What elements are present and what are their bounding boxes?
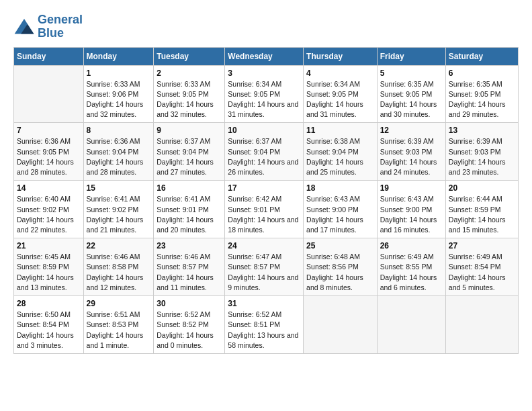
- cell-info: Sunrise: 6:40 AM Sunset: 9:02 PM Dayligh…: [17, 194, 81, 235]
- cell-date: 5: [380, 68, 443, 78]
- calendar-cell: 23Sunrise: 6:46 AM Sunset: 8:57 PM Dayli…: [154, 238, 225, 296]
- calendar-cell: 12Sunrise: 6:39 AM Sunset: 9:03 PM Dayli…: [377, 123, 445, 181]
- calendar-cell: 16Sunrise: 6:41 AM Sunset: 9:01 PM Dayli…: [154, 181, 225, 238]
- calendar-cell: 1Sunrise: 6:33 AM Sunset: 9:06 PM Daylig…: [83, 65, 154, 123]
- cell-date: 31: [228, 299, 300, 308]
- week-row-2: 7Sunrise: 6:36 AM Sunset: 9:05 PM Daylig…: [14, 123, 519, 181]
- cell-info: Sunrise: 6:41 AM Sunset: 9:01 PM Dayligh…: [157, 194, 222, 235]
- week-row-4: 21Sunrise: 6:45 AM Sunset: 8:59 PM Dayli…: [14, 238, 519, 296]
- calendar-cell: 28Sunrise: 6:50 AM Sunset: 8:54 PM Dayli…: [14, 296, 84, 354]
- cell-date: 10: [228, 126, 300, 135]
- cell-date: 2: [157, 68, 222, 78]
- cell-info: Sunrise: 6:37 AM Sunset: 9:04 PM Dayligh…: [228, 136, 300, 177]
- cell-info: Sunrise: 6:34 AM Sunset: 9:05 PM Dayligh…: [228, 79, 300, 120]
- calendar-cell: 6Sunrise: 6:35 AM Sunset: 9:05 PM Daylig…: [445, 65, 518, 123]
- cell-info: Sunrise: 6:35 AM Sunset: 9:05 PM Dayligh…: [449, 79, 515, 120]
- calendar-cell: 22Sunrise: 6:46 AM Sunset: 8:58 PM Dayli…: [83, 238, 154, 296]
- calendar-cell: 29Sunrise: 6:51 AM Sunset: 8:53 PM Dayli…: [83, 296, 154, 354]
- calendar-cell: 31Sunrise: 6:52 AM Sunset: 8:51 PM Dayli…: [225, 296, 304, 354]
- cell-date: 22: [87, 241, 151, 250]
- calendar-cell: 10Sunrise: 6:37 AM Sunset: 9:04 PM Dayli…: [225, 123, 304, 181]
- calendar-table: SundayMondayTuesdayWednesdayThursdayFrid…: [13, 47, 519, 354]
- calendar-cell: [445, 296, 518, 354]
- calendar-cell: 13Sunrise: 6:39 AM Sunset: 9:03 PM Dayli…: [445, 123, 518, 181]
- cell-info: Sunrise: 6:35 AM Sunset: 9:05 PM Dayligh…: [380, 79, 443, 120]
- calendar-cell: 26Sunrise: 6:49 AM Sunset: 8:55 PM Dayli…: [377, 238, 445, 296]
- cell-info: Sunrise: 6:47 AM Sunset: 8:57 PM Dayligh…: [228, 252, 300, 293]
- cell-date: 12: [380, 126, 443, 135]
- cell-date: 23: [157, 241, 222, 250]
- calendar-cell: 20Sunrise: 6:44 AM Sunset: 8:59 PM Dayli…: [445, 181, 518, 238]
- calendar-cell: 9Sunrise: 6:37 AM Sunset: 9:04 PM Daylig…: [154, 123, 225, 181]
- cell-date: 14: [17, 183, 81, 193]
- cell-date: 27: [449, 241, 515, 250]
- calendar-cell: 21Sunrise: 6:45 AM Sunset: 8:59 PM Dayli…: [14, 238, 84, 296]
- cell-date: 26: [380, 241, 443, 250]
- cell-info: Sunrise: 6:34 AM Sunset: 9:05 PM Dayligh…: [306, 79, 374, 120]
- calendar-cell: 2Sunrise: 6:33 AM Sunset: 9:05 PM Daylig…: [154, 65, 225, 123]
- cell-date: 16: [157, 183, 222, 193]
- cell-info: Sunrise: 6:33 AM Sunset: 9:05 PM Dayligh…: [157, 79, 222, 120]
- cell-info: Sunrise: 6:43 AM Sunset: 9:00 PM Dayligh…: [380, 194, 443, 235]
- cell-info: Sunrise: 6:49 AM Sunset: 8:54 PM Dayligh…: [449, 252, 515, 293]
- week-row-3: 14Sunrise: 6:40 AM Sunset: 9:02 PM Dayli…: [14, 181, 519, 238]
- cell-info: Sunrise: 6:48 AM Sunset: 8:56 PM Dayligh…: [306, 252, 374, 293]
- cell-date: 15: [87, 183, 151, 193]
- cell-date: 8: [87, 126, 151, 135]
- day-header-wednesday: Wednesday: [225, 47, 304, 65]
- cell-date: 7: [17, 126, 81, 135]
- cell-date: 9: [157, 126, 222, 135]
- calendar-cell: 3Sunrise: 6:34 AM Sunset: 9:05 PM Daylig…: [225, 65, 304, 123]
- cell-info: Sunrise: 6:44 AM Sunset: 8:59 PM Dayligh…: [449, 194, 515, 235]
- cell-date: 24: [228, 241, 300, 250]
- calendar-cell: [377, 296, 445, 354]
- header: General Blue: [13, 13, 519, 40]
- calendar-cell: 17Sunrise: 6:42 AM Sunset: 9:01 PM Dayli…: [225, 181, 304, 238]
- cell-date: 4: [306, 68, 374, 78]
- cell-info: Sunrise: 6:51 AM Sunset: 8:53 PM Dayligh…: [87, 310, 151, 351]
- calendar-cell: 4Sunrise: 6:34 AM Sunset: 9:05 PM Daylig…: [304, 65, 378, 123]
- cell-info: Sunrise: 6:52 AM Sunset: 8:52 PM Dayligh…: [157, 310, 222, 351]
- cell-info: Sunrise: 6:45 AM Sunset: 8:59 PM Dayligh…: [17, 252, 81, 293]
- calendar-cell: 19Sunrise: 6:43 AM Sunset: 9:00 PM Dayli…: [377, 181, 445, 238]
- cell-info: Sunrise: 6:37 AM Sunset: 9:04 PM Dayligh…: [157, 136, 222, 177]
- cell-info: Sunrise: 6:43 AM Sunset: 9:00 PM Dayligh…: [306, 194, 374, 235]
- cell-date: 19: [380, 183, 443, 193]
- cell-info: Sunrise: 6:42 AM Sunset: 9:01 PM Dayligh…: [228, 194, 300, 235]
- day-header-thursday: Thursday: [304, 47, 378, 65]
- cell-info: Sunrise: 6:46 AM Sunset: 8:57 PM Dayligh…: [157, 252, 222, 293]
- cell-info: Sunrise: 6:38 AM Sunset: 9:04 PM Dayligh…: [306, 136, 374, 177]
- day-header-tuesday: Tuesday: [154, 47, 225, 65]
- cell-info: Sunrise: 6:33 AM Sunset: 9:06 PM Dayligh…: [87, 79, 151, 120]
- calendar-cell: 7Sunrise: 6:36 AM Sunset: 9:05 PM Daylig…: [14, 123, 84, 181]
- calendar-cell: [14, 65, 84, 123]
- cell-info: Sunrise: 6:49 AM Sunset: 8:55 PM Dayligh…: [380, 252, 443, 293]
- calendar-cell: 24Sunrise: 6:47 AM Sunset: 8:57 PM Dayli…: [225, 238, 304, 296]
- logo: General Blue: [13, 13, 83, 40]
- cell-info: Sunrise: 6:52 AM Sunset: 8:51 PM Dayligh…: [228, 310, 300, 351]
- cell-info: Sunrise: 6:39 AM Sunset: 9:03 PM Dayligh…: [449, 136, 515, 177]
- calendar-cell: 11Sunrise: 6:38 AM Sunset: 9:04 PM Dayli…: [304, 123, 378, 181]
- calendar-cell: 8Sunrise: 6:36 AM Sunset: 9:04 PM Daylig…: [83, 123, 154, 181]
- day-header-sunday: Sunday: [14, 47, 84, 65]
- cell-date: 11: [306, 126, 374, 135]
- calendar-cell: 14Sunrise: 6:40 AM Sunset: 9:02 PM Dayli…: [14, 181, 84, 238]
- week-row-1: 1Sunrise: 6:33 AM Sunset: 9:06 PM Daylig…: [14, 65, 519, 123]
- cell-date: 6: [449, 68, 515, 78]
- calendar-cell: 5Sunrise: 6:35 AM Sunset: 9:05 PM Daylig…: [377, 65, 445, 123]
- logo-text: General Blue: [38, 13, 83, 40]
- cell-info: Sunrise: 6:36 AM Sunset: 9:05 PM Dayligh…: [17, 136, 81, 177]
- cell-date: 21: [17, 241, 81, 250]
- cell-date: 18: [306, 183, 374, 193]
- calendar-cell: 18Sunrise: 6:43 AM Sunset: 9:00 PM Dayli…: [304, 181, 378, 238]
- day-header-saturday: Saturday: [445, 47, 518, 65]
- cell-info: Sunrise: 6:46 AM Sunset: 8:58 PM Dayligh…: [87, 252, 151, 293]
- cell-info: Sunrise: 6:50 AM Sunset: 8:54 PM Dayligh…: [17, 310, 81, 351]
- cell-date: 29: [87, 299, 151, 308]
- cell-date: 13: [449, 126, 515, 135]
- cell-date: 1: [87, 68, 151, 78]
- calendar-cell: 30Sunrise: 6:52 AM Sunset: 8:52 PM Dayli…: [154, 296, 225, 354]
- calendar-cell: 15Sunrise: 6:41 AM Sunset: 9:02 PM Dayli…: [83, 181, 154, 238]
- cell-info: Sunrise: 6:36 AM Sunset: 9:04 PM Dayligh…: [87, 136, 151, 177]
- cell-info: Sunrise: 6:39 AM Sunset: 9:03 PM Dayligh…: [380, 136, 443, 177]
